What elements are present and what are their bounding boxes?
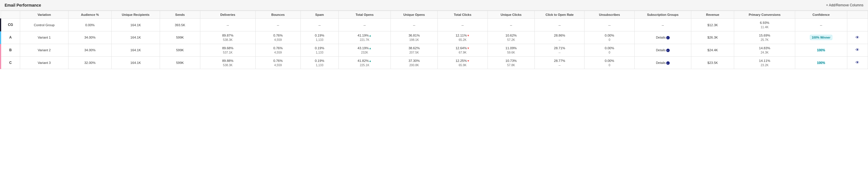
unique-recipients-cell: 164.1K xyxy=(112,44,160,57)
eye-cell[interactable]: 👁 xyxy=(847,57,868,69)
row-id-label: B xyxy=(1,44,20,57)
row-id-label: C xyxy=(1,57,20,69)
revenue-cell: $26.3K xyxy=(691,31,734,44)
th-eye xyxy=(847,11,868,19)
eye-cell[interactable]: 👁 xyxy=(847,44,868,57)
bounces-cell: -- xyxy=(255,19,301,31)
total-clicks-cell: 12.25%▼65.9K xyxy=(438,57,488,69)
total-opens-cell: 41.82%▲225.1K xyxy=(339,57,391,69)
variation-cell: Variant 1 xyxy=(20,31,68,44)
th-deliveries: Deliveries xyxy=(200,11,255,19)
th-total-opens: Total Opens xyxy=(339,11,391,19)
audience-cell: 32.00% xyxy=(68,57,112,69)
chevron-down-icon[interactable]: ⌄ xyxy=(666,36,670,39)
unsubscribes-cell: 0.00%0 xyxy=(585,31,634,44)
table-row: BVariant 234.00%164.1K599K89.68%537.1K0.… xyxy=(1,44,868,57)
spam-cell: 0.19%1,133 xyxy=(301,31,338,44)
variation-cell: Control Group xyxy=(20,19,68,31)
subscription-groups-cell[interactable]: Details⌄ xyxy=(634,57,691,69)
sends-cell: 599K xyxy=(160,31,200,44)
variation-cell: Variant 3 xyxy=(20,57,68,69)
audience-cell: 0.00% xyxy=(68,19,112,31)
eye-cell xyxy=(847,19,868,31)
bounces-cell: 0.76%4,559 xyxy=(255,31,301,44)
th-primary-conversions: Primary Conversions xyxy=(734,11,795,19)
eye-cell[interactable]: 👁 xyxy=(847,31,868,44)
email-performance-page: Email Performance + Add/Remove Columns xyxy=(0,0,868,69)
details-button[interactable]: Details⌄ xyxy=(656,48,670,53)
th-sends: Sends xyxy=(160,11,200,19)
th-revenue: Revenue xyxy=(691,11,734,19)
subscription-groups-cell[interactable]: Details⌄ xyxy=(634,44,691,57)
header-bar: Email Performance + Add/Remove Columns xyxy=(0,0,868,11)
th-click-to-open: Click to Open Rate xyxy=(535,11,585,19)
unique-clicks-cell: 10.73%57.8K xyxy=(488,57,535,69)
primary-conversions-cell: 15.69%25.7K xyxy=(734,31,795,44)
eye-icon[interactable]: 👁 xyxy=(855,35,859,40)
primary-conversions-cell: 14.83%24.3K xyxy=(734,44,795,57)
th-unique-recipients: Unique Recipients xyxy=(112,11,160,19)
deliveries-cell: 89.88%538.3K xyxy=(200,57,255,69)
deliveries-cell: -- xyxy=(200,19,255,31)
deliveries-cell: 89.87%538.3K xyxy=(200,31,255,44)
sends-cell: 393.5K xyxy=(160,19,200,31)
unsubscribes-cell: 0.00%0 xyxy=(585,57,634,69)
spam-cell: -- xyxy=(301,19,338,31)
click-to-open-cell: 28.86%-- xyxy=(535,31,585,44)
audience-cell: 34.00% xyxy=(68,44,112,57)
revenue-cell: $12.3K xyxy=(691,19,734,31)
arrow-down-icon: ▼ xyxy=(467,59,470,62)
th-spam: Spam xyxy=(301,11,338,19)
unique-opens-cell: 36.81%198.1K xyxy=(391,31,438,44)
chevron-down-icon[interactable]: ⌄ xyxy=(666,61,670,65)
arrow-down-icon: ▼ xyxy=(467,46,470,50)
spam-cell: 0.19%1,133 xyxy=(301,57,338,69)
table-row: AVariant 134.00%164.1K599K89.87%538.3K0.… xyxy=(1,31,868,44)
total-opens-cell: 41.19%▲221.7K xyxy=(339,31,391,44)
th-total-clicks: Total Clicks xyxy=(438,11,488,19)
primary-conversions-cell: 6.93%11.4K xyxy=(734,19,795,31)
revenue-cell: $24.4K xyxy=(691,44,734,57)
confidence-badge: 100% xyxy=(817,48,825,52)
confidence-cell: -- xyxy=(795,19,847,31)
details-button[interactable]: Details⌄ xyxy=(656,35,670,40)
unique-clicks-cell: 11.09%59.6K xyxy=(488,44,535,57)
subscription-groups-cell: -- xyxy=(634,19,691,31)
table-row: CVariant 332.00%164.1K599K89.88%538.3K0.… xyxy=(1,57,868,69)
total-opens-cell: 43.19%▲232K xyxy=(339,44,391,57)
bounces-cell: 0.76%4,559 xyxy=(255,57,301,69)
th-label xyxy=(1,11,20,19)
click-to-open-cell: -- xyxy=(535,19,585,31)
eye-icon[interactable]: 👁 xyxy=(855,60,859,65)
table-row: CGControl Group0.00%164.1K393.5K--------… xyxy=(1,19,868,31)
row-id-label: A xyxy=(1,31,20,44)
sends-cell: 599K xyxy=(160,44,200,57)
unsubscribes-cell: 0.00%0 xyxy=(585,44,634,57)
arrow-up-icon: ▲ xyxy=(369,46,372,50)
th-variation: Variation xyxy=(20,11,68,19)
total-clicks-cell: -- xyxy=(438,19,488,31)
arrow-up-icon: ▲ xyxy=(369,59,372,62)
th-unique-opens: Unique Opens xyxy=(391,11,438,19)
th-bounces: Bounces xyxy=(255,11,301,19)
subscription-groups-cell[interactable]: Details⌄ xyxy=(634,31,691,44)
eye-icon[interactable]: 👁 xyxy=(855,47,859,52)
unique-opens-cell: 38.62%207.5K xyxy=(391,44,438,57)
click-to-open-cell: 28.71%-- xyxy=(535,44,585,57)
spam-cell: 0.19%1,133 xyxy=(301,44,338,57)
chevron-down-icon[interactable]: ⌄ xyxy=(666,48,670,52)
confidence-cell: 100% Winner xyxy=(795,31,847,44)
unique-recipients-cell: 164.1K xyxy=(112,57,160,69)
bounces-cell: 0.76%4,559 xyxy=(255,44,301,57)
add-remove-columns-button[interactable]: + Add/Remove Columns xyxy=(826,3,863,7)
th-audience: Audience % xyxy=(68,11,112,19)
th-unsubscribes: Unsubscribes xyxy=(585,11,634,19)
revenue-cell: $23.5K xyxy=(691,57,734,69)
confidence-cell: 100% xyxy=(795,44,847,57)
details-button[interactable]: Details⌄ xyxy=(656,61,670,65)
total-clicks-cell: 12.11%▼65.2K xyxy=(438,31,488,44)
unique-opens-cell: -- xyxy=(391,19,438,31)
confidence-badge: 100% xyxy=(817,61,825,64)
deliveries-cell: 89.68%537.1K xyxy=(200,44,255,57)
winner-badge: 100% Winner xyxy=(810,35,832,40)
